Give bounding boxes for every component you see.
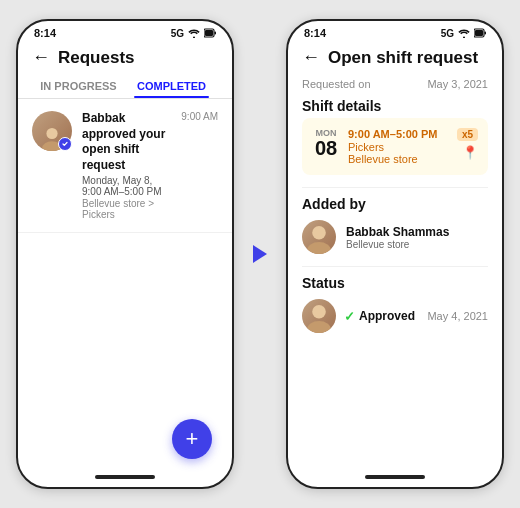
status-row: ✓ Approved May 4, 2021 bbox=[288, 295, 502, 341]
svg-point-10 bbox=[307, 242, 331, 254]
time-1: 8:14 bbox=[34, 27, 56, 39]
shift-details-title: Shift details bbox=[288, 94, 502, 118]
svg-rect-2 bbox=[215, 32, 217, 35]
status-bar-1: 8:14 5G bbox=[18, 21, 232, 41]
added-by-store: Bellevue store bbox=[346, 239, 449, 250]
notif-time: 9:00 AM bbox=[181, 111, 218, 122]
requested-on-label: Requested on bbox=[302, 78, 371, 90]
back-button-1[interactable]: ← bbox=[32, 47, 50, 68]
svg-rect-7 bbox=[475, 30, 483, 36]
day-number: 08 bbox=[315, 138, 337, 158]
page-title-2: Open shift request bbox=[328, 48, 478, 68]
signal-label-2: 5G bbox=[441, 28, 454, 39]
shift-time: 9:00 AM–5:00 PM bbox=[348, 128, 449, 140]
notif-route: Bellevue store > Pickers bbox=[82, 198, 171, 220]
shift-count-badge: x5 bbox=[457, 128, 478, 141]
status-title: Status bbox=[288, 271, 502, 295]
fab-button[interactable]: + bbox=[172, 419, 212, 459]
time-2: 8:14 bbox=[304, 27, 326, 39]
phone-1: 8:14 5G ← Requests IN bbox=[16, 19, 234, 489]
divider-1 bbox=[302, 187, 488, 188]
pin-icon: 📍 bbox=[462, 145, 478, 160]
notification-item[interactable]: Babbak approved your open shift request … bbox=[18, 99, 232, 233]
added-by-row: Babbak Shammas Bellevue store bbox=[288, 216, 502, 262]
page-title-1: Requests bbox=[58, 48, 135, 68]
status-approved: ✓ Approved bbox=[344, 309, 415, 324]
svg-point-3 bbox=[46, 128, 57, 139]
added-by-title: Added by bbox=[288, 192, 502, 216]
notif-title: Babbak approved your open shift request bbox=[82, 111, 171, 173]
shift-role: Pickers bbox=[348, 141, 449, 153]
tab-in-progress[interactable]: IN PROGRESS bbox=[32, 72, 125, 98]
requested-on-date: May 3, 2021 bbox=[427, 78, 488, 90]
shift-card: MON 08 9:00 AM–5:00 PM Pickers Bellevue … bbox=[302, 118, 488, 175]
shift-right: x5 📍 bbox=[457, 128, 478, 165]
wifi-icon bbox=[187, 28, 201, 38]
added-by-avatar bbox=[302, 220, 336, 254]
avatar-badge bbox=[58, 137, 72, 151]
added-by-text: Babbak Shammas Bellevue store bbox=[346, 225, 449, 250]
battery-icon bbox=[204, 28, 216, 38]
wifi-icon-2 bbox=[457, 28, 471, 38]
svg-rect-1 bbox=[205, 30, 213, 36]
tab-completed[interactable]: COMPLETED bbox=[125, 72, 218, 98]
status-label: Approved bbox=[359, 309, 415, 323]
check-icon: ✓ bbox=[344, 309, 355, 324]
added-by-name: Babbak Shammas bbox=[346, 225, 449, 239]
status-icons-2: 5G bbox=[441, 28, 486, 39]
detail-header: ← Open shift request bbox=[288, 41, 502, 72]
status-avatar bbox=[302, 299, 336, 333]
requested-on-row: Requested on May 3, 2021 bbox=[288, 72, 502, 94]
phone-2: 8:14 5G ← Open shift request bbox=[286, 19, 504, 489]
signal-label-1: 5G bbox=[171, 28, 184, 39]
shift-info: 9:00 AM–5:00 PM Pickers Bellevue store bbox=[348, 128, 449, 165]
svg-point-12 bbox=[307, 321, 331, 333]
svg-point-11 bbox=[312, 305, 326, 319]
shift-store: Bellevue store bbox=[348, 153, 449, 165]
transition-arrow bbox=[246, 245, 274, 263]
tabs-bar: IN PROGRESS COMPLETED bbox=[18, 72, 232, 99]
home-indicator-1 bbox=[95, 475, 155, 479]
back-button-2[interactable]: ← bbox=[302, 47, 320, 68]
svg-rect-8 bbox=[485, 32, 487, 35]
avatar-container bbox=[32, 111, 72, 151]
notif-sub: Monday, May 8, 9:00 AM–5:00 PM bbox=[82, 175, 171, 197]
status-bar-2: 8:14 5G bbox=[288, 21, 502, 41]
header-bar-1: ← Requests bbox=[18, 41, 232, 72]
home-indicator-2 bbox=[365, 475, 425, 479]
divider-2 bbox=[302, 266, 488, 267]
arrow-right-icon bbox=[253, 245, 267, 263]
status-icons-1: 5G bbox=[171, 28, 216, 39]
phone-1-content: ← Requests IN PROGRESS COMPLETED bbox=[18, 41, 232, 475]
status-date: May 4, 2021 bbox=[427, 310, 488, 322]
battery-icon-2 bbox=[474, 28, 486, 38]
shift-day: MON 08 bbox=[312, 128, 340, 165]
svg-point-9 bbox=[312, 226, 326, 240]
notification-text: Babbak approved your open shift request … bbox=[82, 111, 171, 220]
phone-2-content: ← Open shift request Requested on May 3,… bbox=[288, 41, 502, 475]
